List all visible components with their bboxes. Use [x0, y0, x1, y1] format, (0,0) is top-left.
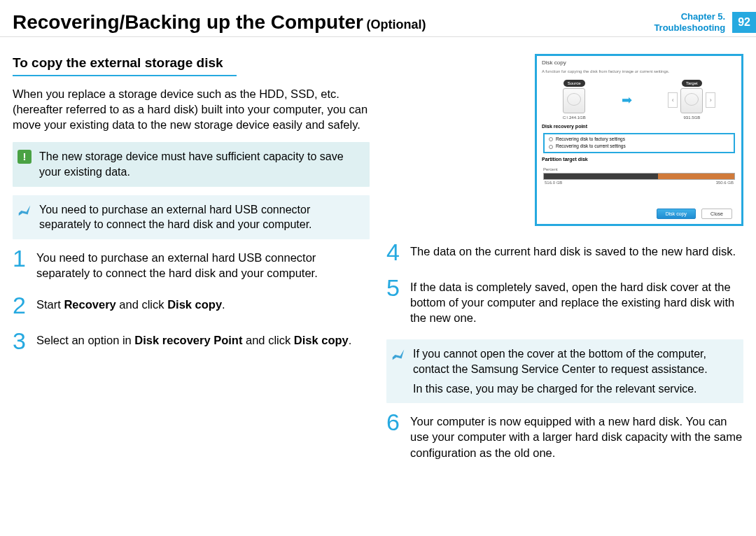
section-title: To copy the external storage disk [13, 54, 237, 76]
step-number: 1 [13, 248, 28, 269]
step-6-text: Your computer is now equipped with a new… [410, 411, 743, 460]
title-main: Recovering/Backing up the Computer [13, 11, 363, 33]
source-disk: Source C:\ 244.1GB [563, 80, 586, 120]
intro-text: When you replace a storage device such a… [13, 86, 370, 133]
step-number: 5 [386, 277, 402, 299]
callout-note-2-text: If you cannot open the cover at the bott… [413, 346, 736, 396]
chevron-right-icon[interactable]: › [706, 92, 715, 108]
note-icon [391, 346, 406, 362]
left-column: To copy the external storage disk When y… [13, 54, 370, 474]
step-6: 6 Your computer is now equipped with a n… [386, 411, 743, 460]
step-number: 3 [13, 330, 28, 352]
hdd-icon [680, 88, 703, 113]
step-number: 6 [386, 411, 402, 433]
dialog-description: A function for copying the disk from fac… [539, 69, 739, 77]
callout-note-2: If you cannot open the cover at the bott… [386, 339, 743, 403]
dialog-buttons: Disk copy Close [539, 204, 739, 222]
step-number: 2 [13, 295, 28, 316]
disk-copy-dialog: Disk copy A function for copying the dis… [535, 54, 743, 226]
page-number: 92 [732, 12, 756, 33]
content-area: To copy the external storage disk When y… [0, 37, 756, 474]
step-3-text: Select an option in Disk recovery Point … [36, 330, 351, 348]
recovery-point-options: Recovering disk to factory settings Reco… [543, 133, 735, 154]
step-2: 2 Start Recovery and click Disk copy. [13, 295, 370, 316]
hdd-icon [563, 88, 585, 113]
step-2-text: Start Recovery and click Disk copy. [36, 295, 225, 312]
callout-note-1-text: You need to purchase an external hard US… [39, 202, 363, 232]
chapter-label: Chapter 5. Troubleshooting [654, 11, 725, 33]
step-5-text: If the data is completely saved, open th… [410, 277, 743, 326]
dialog-title: Disk copy [539, 58, 739, 69]
step-number: 4 [386, 241, 402, 263]
dialog-disk-stage: Source C:\ 244.1GB ➡ ‹ Target 931.5GB › [539, 77, 739, 122]
chevron-left-icon[interactable]: ‹ [668, 92, 678, 108]
callout-warning: ! The new storage device must have suffi… [13, 142, 370, 186]
header-right: Chapter 5. Troubleshooting 92 [654, 11, 756, 33]
radio-factory[interactable]: Recovering disk to factory settings [549, 136, 729, 143]
page-header: Recovering/Backing up the Computer (Opti… [0, 0, 756, 37]
close-button[interactable]: Close [701, 209, 732, 219]
radio-current[interactable]: Recovering disk to current settings [549, 143, 729, 150]
page-title: Recovering/Backing up the Computer (Opti… [13, 11, 426, 34]
step-3: 3 Select an option in Disk recovery Poin… [13, 330, 370, 352]
step-1: 1 You need to purchase an external hard … [13, 248, 370, 281]
arrow-right-icon: ➡ [622, 92, 632, 108]
disk-copy-button[interactable]: Disk copy [657, 209, 696, 219]
title-sub: (Optional) [366, 17, 426, 31]
callout-note-1: You need to purchase an external hard US… [13, 195, 370, 239]
step-1-text: You need to purchase an external hard US… [36, 248, 370, 281]
partition-label: Partition target disk [539, 155, 739, 164]
target-nav: ‹ Target 931.5GB › [668, 80, 715, 120]
recovery-point-label: Disk recovery point [539, 122, 739, 131]
note-icon [17, 202, 32, 218]
warning-icon: ! [17, 149, 32, 164]
partition-bar[interactable] [543, 173, 735, 180]
step-4: 4 The data on the current hard disk is s… [386, 241, 743, 263]
callout-warning-text: The new storage device must have suffici… [39, 149, 363, 179]
right-column: Disk copy A function for copying the dis… [386, 54, 743, 474]
partition-area: Percent 516.0 GB 350.6 GB [543, 167, 735, 185]
target-disk: Target 931.5GB [680, 80, 703, 120]
step-5: 5 If the data is completely saved, open … [386, 277, 743, 326]
step-4-text: The data on the current hard disk is sav… [410, 241, 736, 259]
